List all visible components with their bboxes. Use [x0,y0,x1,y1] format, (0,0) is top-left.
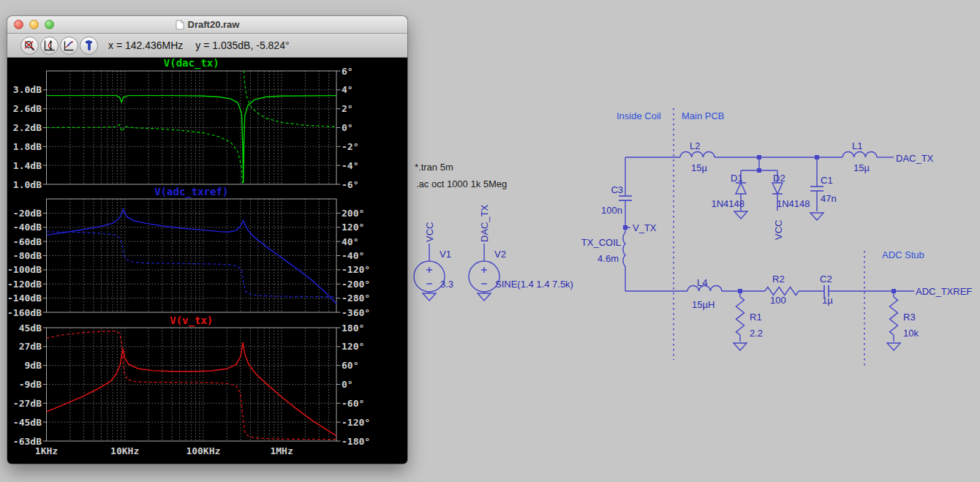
section-main-pcb[interactable]: Main PCB [682,110,725,121]
d1-value[interactable]: 1N4148 [711,198,745,209]
ground-symbol[interactable] [478,293,491,301]
junction [757,155,761,159]
pane-V(v_tx)[interactable]: V(v_tx)45dB27dB9dB-9dB-27dB-45dB-63dB180… [13,315,370,447]
y-axis-label: -80dB [13,250,42,261]
pane-title[interactable]: V(dac_tx) [164,57,219,69]
directive-tran[interactable]: *.tran 5m [415,162,453,173]
net-adc-txref[interactable]: ADC_TXREF [916,286,972,297]
trace-V(v_tx)-magnitude[interactable] [47,342,337,436]
c3-value[interactable]: 100n [601,205,622,216]
l4-value[interactable]: 15µH [692,299,715,310]
d2-name[interactable]: D2 [773,173,785,184]
d2-value[interactable]: 1N4148 [777,198,810,209]
x-axis-label: 1KHz [35,445,58,456]
plot-area[interactable]: V(dac_tx)3.0dB2.6dB2.2dB1.8dB1.4dB1.0dB6… [7,57,407,464]
r2-value[interactable]: 100 [770,295,786,306]
x-axis-label: 100KHz [186,445,220,456]
d1-name[interactable]: D1 [731,173,743,184]
y-axis-label: -9dB [19,379,42,390]
phase-axis-label: -180° [342,436,370,447]
txcoil-value[interactable]: 4.6m [598,253,619,264]
section-inside-coil[interactable]: Inside Coil [617,110,661,121]
trace-V(v_tx)-phase[interactable] [47,331,337,440]
net-dac-tx-v2[interactable]: DAC_TX [479,204,490,242]
v1-name[interactable]: V1 [440,249,451,260]
plot-settings-button[interactable] [60,37,78,55]
phase-axis-label: 4° [342,84,353,95]
window-title: Draft20.raw [188,19,240,30]
junction [815,155,819,159]
y-axis-label: -60dB [13,236,42,247]
inductor[interactable] [843,152,877,157]
y-axis-label: -20dB [13,208,42,219]
pane-title[interactable]: V(adc_txref) [154,186,228,198]
ground-symbol[interactable] [734,211,747,219]
ground-symbol[interactable] [423,293,436,301]
autorange-button[interactable] [40,37,59,55]
zoom-button[interactable] [45,20,54,29]
y-axis-label: 1.4dB [13,160,42,171]
title-bar[interactable]: Draft20.raw [7,16,407,34]
resistor[interactable] [890,297,898,335]
r1-name[interactable]: R1 [750,312,762,323]
c1-name[interactable]: C1 [821,175,833,186]
y-axis-label: -45dB [13,417,42,428]
phase-axis-label: -2° [342,141,358,152]
diode[interactable] [772,183,783,194]
section-adc-stub[interactable]: ADC Stub [882,249,924,260]
resistor[interactable] [765,287,799,295]
v1-value[interactable]: 3.3 [440,279,453,290]
phase-axis-label: 2° [342,103,353,114]
resistor[interactable] [736,297,745,335]
inductor[interactable] [623,233,625,266]
directive-ac[interactable]: .ac oct 1000 1k 5Meg [416,178,507,189]
l2-value[interactable]: 15µ [691,162,707,173]
phase-axis-label: 6° [342,66,353,77]
control-panel-button[interactable] [80,37,98,55]
y-axis-label: 27dB [19,341,42,352]
c2-value[interactable]: 1µ [822,295,833,306]
c1-value[interactable]: 47n [821,193,837,204]
waveform-window[interactable]: Draft20.raw [7,16,407,464]
r3-value[interactable]: 10k [903,328,919,339]
txcoil-name[interactable]: TX_COIL [581,237,621,248]
l4-name[interactable]: L4 [697,277,707,288]
r2-name[interactable]: R2 [772,274,785,285]
r1-value[interactable]: 2.2 [750,328,763,339]
net-vcc-v1[interactable]: VCC [424,222,435,242]
phase-axis-label: -6° [342,179,358,190]
trace-V(dac_tx)-phase[interactable] [47,125,244,190]
pane-V(adc_txref)[interactable]: V(adc_txref)-20dB-40dB-60dB-80dB-100dB-1… [7,186,370,318]
phase-axis-label: 120° [342,222,364,233]
minimize-button[interactable] [29,20,39,29]
l1-name[interactable]: L1 [852,140,862,151]
phase-axis-label: 120° [342,341,364,352]
junction [623,225,627,230]
close-button[interactable] [14,20,23,29]
phase-axis-label: 180° [342,323,364,334]
c3-name[interactable]: C3 [611,184,623,195]
diode[interactable] [736,183,746,194]
v2-name[interactable]: V2 [494,249,506,260]
ground-symbol[interactable] [810,213,823,220]
ground-symbol[interactable] [887,343,900,350]
inductor[interactable] [680,152,715,157]
l2-name[interactable]: L2 [690,140,700,151]
l1-value[interactable]: 15µ [853,162,870,173]
y-axis-label: -140dB [7,293,42,304]
c2-name[interactable]: C2 [820,274,832,285]
y-axis-label: -120dB [7,279,42,290]
hammer-icon [83,39,96,52]
net-vcc-d2[interactable]: VCC [773,220,784,240]
pane-V(dac_tx)[interactable]: V(dac_tx)3.0dB2.6dB2.2dB1.8dB1.4dB1.0dB6… [13,57,359,190]
junction [738,289,742,293]
pane-title[interactable]: V(v_tx) [170,315,213,327]
r3-name[interactable]: R3 [903,312,916,323]
ground-symbol[interactable] [734,343,747,350]
net-v-tx[interactable]: V_TX [633,222,657,233]
v2-value[interactable]: SINE(1.4 1.4 7.5k) [495,279,573,290]
zoom-disabled-button[interactable] [20,37,39,55]
y-axis-label: 2.6dB [13,103,42,114]
net-dac-tx[interactable]: DAC_TX [896,153,934,164]
trace-V(adc_txref)-magnitude[interactable] [47,209,337,304]
